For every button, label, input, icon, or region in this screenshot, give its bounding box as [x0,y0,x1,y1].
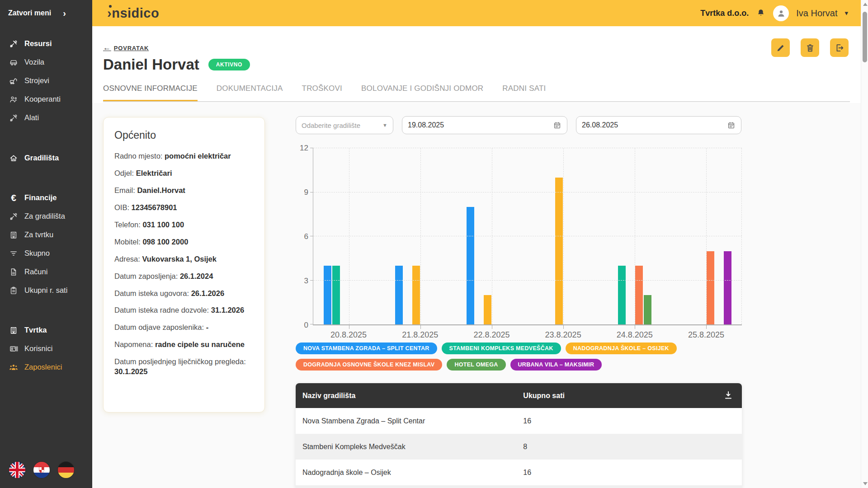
close-menu-label: Zatvori meni [8,9,51,17]
sidebar-item-korisnici[interactable]: Korisnici [0,339,92,358]
chart-category [670,148,742,324]
sidebar-item-label: Ukupni r. sati [24,286,67,295]
field-email: Email: Daniel.Horvat [114,186,254,195]
flag-germany-icon[interactable] [58,462,74,478]
bar [707,251,714,325]
user-name[interactable]: Iva Horvat [796,8,837,19]
building-icon [9,230,18,239]
logout-icon [835,43,844,53]
sidebar-item-financije[interactable]: € Financije [0,188,92,207]
clipboard-icon [9,286,18,295]
tools-icon [9,212,18,221]
tab-bolovanje[interactable]: BOLOVANJE I GODIŠNJI ODMOR [361,84,483,102]
logout-button[interactable] [830,38,849,57]
legend-badge-urbana-vila[interactable]: URBANA VILA – MAKSIMIR [510,359,602,371]
euro-icon: € [9,193,18,202]
workers-icon [9,95,18,104]
sidebar-item-gradilista[interactable]: Gradilišta [0,149,92,167]
arrow-left-icon: ← [103,43,111,52]
edit-pencil-icon [776,43,786,53]
tab-divider [103,101,850,102]
action-buttons [771,38,849,57]
tab-troskovi[interactable]: TROŠKOVI [302,84,342,102]
scrollbar-up-arrow-icon[interactable] [863,3,868,6]
calendar-icon[interactable] [553,121,561,130]
sidebar-nav: Resursi Vozila Strojevi Kooperanti Alati… [0,34,92,376]
site-select[interactable]: Odaberite gradilište ▼ [296,116,393,134]
delete-button[interactable] [801,38,819,57]
sidebar-item-zaposlenici[interactable]: Zaposlenici [0,358,92,376]
chart-cells [313,148,742,324]
edit-button[interactable] [771,38,790,57]
sidebar-item-tvrtka[interactable]: Tvrtka [0,321,92,339]
id-card-icon [9,344,18,353]
chart-legend-row-2: DOGRADNJA OSNOVNE ŠKOLE KNEZ MISLAV HOTE… [296,359,602,371]
legend-badge-dogradnja-skole[interactable]: DOGRADNJA OSNOVNE ŠKOLE KNEZ MISLAV [296,359,442,371]
bar [635,266,643,324]
field-radno-mjesto: Radno mjesto: pomoćni električar [114,151,254,161]
tab-osnovne-informacije[interactable]: OSNOVNE INFORMACIJE [103,84,198,102]
sidebar-item-resursi[interactable]: Resursi [0,34,92,53]
flag-croatia-icon[interactable] [33,462,50,478]
sidebar-item-za-gradilista[interactable]: Za gradilišta [0,207,92,225]
field-oib: OIB: 12345678901 [114,203,254,212]
sidebar-item-racuni[interactable]: Računi [0,263,92,281]
sidebar-item-label: Vozila [24,58,44,66]
sidebar-item-strojevi[interactable]: Strojevi [0,71,92,90]
sidebar-item-skupno[interactable]: Skupno [0,244,92,263]
date-from-input[interactable]: 19.08.2025 [402,116,567,134]
sidebar-item-ukupni-r-sati[interactable]: Ukupni r. sati [0,281,92,300]
card-title: Općenito [114,129,254,141]
back-link[interactable]: ←POVRATAK [103,43,149,52]
download-icon [723,390,734,401]
chart-category [385,148,456,324]
bell-icon[interactable] [756,8,766,18]
scrollbar-down-arrow-icon[interactable] [863,482,868,485]
sidebar-item-label: Financije [24,193,57,202]
legend-badge-nadogradnja-skole[interactable]: NADOGRADNJA ŠKOLE – OSIJEK [566,343,677,354]
sidebar-item-za-tvrtku[interactable]: Za tvrtku [0,225,92,244]
x-tick-label: 20.8.2025 [313,330,384,340]
download-button[interactable] [723,390,734,401]
bar [618,266,626,324]
cell-site-name: Stambeni Kompleks Medveščak [296,443,523,451]
back-label: POVRATAK [114,45,149,52]
field-lijecnicki-pregled: Datum posljednjeg liječničkog pregleda: … [114,357,254,376]
flag-uk-icon[interactable] [9,462,25,478]
sidebar-item-label: Za gradilišta [24,212,65,221]
caret-down-icon[interactable]: ▾ [844,9,848,17]
y-tick-label: 6 [304,233,308,241]
y-tick-mark [310,280,313,281]
tab-dokumentacija[interactable]: DOKUMENTACIJA [217,84,283,102]
company-name: Tvrtka d.o.o. [700,9,749,18]
tab-radni-sati[interactable]: RADNI SATI [502,84,546,102]
bar [332,266,340,324]
sidebar-item-vozila[interactable]: Vozila [0,53,92,71]
date-to-input[interactable]: 26.08.2025 [576,116,741,134]
sidebar-item-label: Strojevi [24,76,49,85]
table-row-cutoff [296,485,742,488]
scrollbar-thumb[interactable] [863,12,867,62]
legend-badge-nova-stambena[interactable]: NOVA STAMBENA ZGRADA – SPLIT CENTAR [296,343,437,354]
sidebar-item-kooperanti[interactable]: Kooperanti [0,90,92,108]
sidebar-item-alati[interactable]: Alati [0,108,92,127]
x-tick-mark [349,325,349,329]
legend-badge-hotel-omega[interactable]: HOTEL OMEGA [447,359,505,371]
app-logo[interactable]: ›nsidico [107,6,159,21]
legend-badge-stambeni-kompleks[interactable]: STAMBENI KOMPLEKS MEDVEŠČAK [442,343,561,354]
sidebar: Zatvori meni › Resursi Vozila Strojevi K… [0,0,92,488]
x-tick-label: 23.8.2025 [528,330,599,340]
site-select-placeholder: Odaberite gradilište [302,122,360,129]
user-avatar-icon[interactable] [773,5,789,21]
sidebar-close-menu[interactable]: Zatvori meni › [0,0,92,26]
chart-category [456,148,528,324]
field-napomena: Napomena: radne cipele su naručene [114,340,254,349]
field-odjel: Odjel: Električari [114,169,254,178]
bar [555,178,563,324]
sidebar-item-label: Gradilišta [24,154,59,162]
document-icon [9,267,18,277]
calendar-icon[interactable] [727,121,736,130]
x-tick-label: 22.8.2025 [456,330,527,340]
date-from-value: 19.08.2025 [408,121,444,129]
h-gridline [313,148,742,148]
